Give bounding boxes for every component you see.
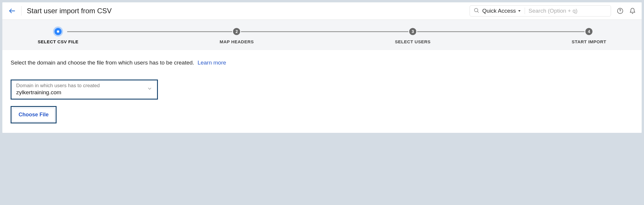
domain-select-label: Domain in which users has to created [16,83,100,89]
step-circle-2: 2 [233,28,240,35]
step-circle-1 [55,28,62,35]
content-area: Select the domain and choose the file fr… [2,50,642,133]
arrow-left-icon [8,7,16,15]
instruction-text: Select the domain and choose the file fr… [11,59,633,66]
caret-down-icon [518,8,521,14]
step-circle-3: 3 [409,28,416,35]
search-box: Quick Access [470,5,611,16]
choose-file-highlight: Choose File [11,106,57,123]
step-label-1: SELECT CSV FILE [38,39,78,44]
step-label-2: MAP HEADERS [219,39,254,44]
notifications-button[interactable] [629,8,636,14]
step-map-headers[interactable]: 2 MAP HEADERS [219,28,254,44]
step-start-import[interactable]: 4 START IMPORT [572,28,606,44]
stepper-line [67,31,589,32]
step-label-3: SELECT USERS [395,39,431,44]
back-button[interactable] [8,6,22,16]
page-title: Start user import from CSV [27,7,112,15]
help-button[interactable] [617,8,623,14]
bell-icon [629,8,636,14]
svg-line-2 [478,11,479,13]
step-circle-4: 4 [585,28,592,35]
stepper-bar: SELECT CSV FILE 2 MAP HEADERS 3 SELECT U… [2,20,642,50]
search-icon [473,7,479,14]
domain-select[interactable]: Domain in which users has to created zyl… [11,80,158,100]
quick-access-label: Quick Access [482,8,516,14]
domain-select-value: zylkertraining.com [16,89,100,96]
step-label-4: START IMPORT [572,39,606,44]
step-select-csv[interactable]: SELECT CSV FILE [38,28,78,44]
learn-more-link[interactable]: Learn more [197,59,226,66]
search-input[interactable] [529,8,607,14]
choose-file-button[interactable]: Choose File [12,108,55,122]
top-bar: Start user import from CSV Quick Access [2,2,642,20]
svg-point-4 [620,12,620,12]
instruction-body: Select the domain and choose the file fr… [11,59,194,66]
quick-access-dropdown[interactable]: Quick Access [482,8,525,14]
chevron-down-icon [147,86,152,92]
help-icon [617,8,623,14]
step-select-users[interactable]: 3 SELECT USERS [395,28,431,44]
